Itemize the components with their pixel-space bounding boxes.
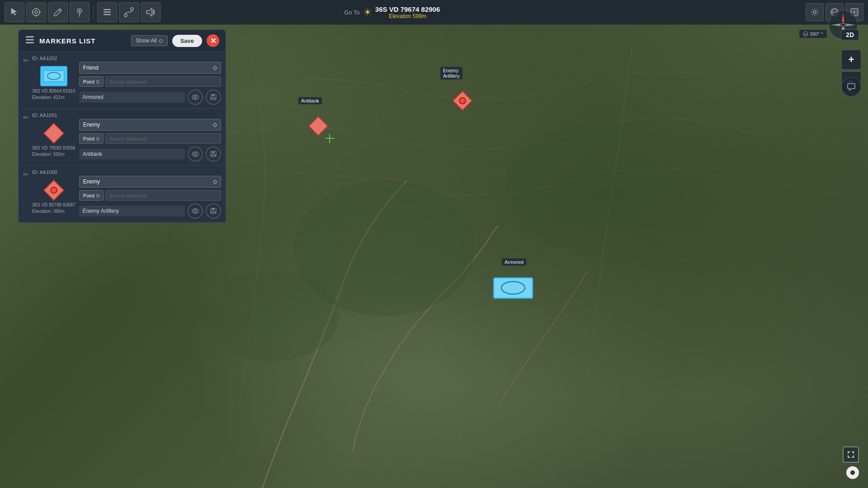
svg-point-49 xyxy=(192,209,198,213)
marker-name-input-3[interactable] xyxy=(79,206,185,216)
svg-rect-35 xyxy=(26,42,34,43)
svg-point-15 xyxy=(124,14,127,17)
save-button[interactable]: Save xyxy=(172,35,202,47)
map-label-artillery: EnemyArtillery xyxy=(440,67,462,80)
chevron-icon-2: ◇ xyxy=(96,79,99,84)
svg-rect-12 xyxy=(104,9,111,10)
chevron-icon-3: ◇ xyxy=(213,122,217,128)
chevron-icon-4: ◇ xyxy=(96,136,99,141)
list-tool-btn[interactable] xyxy=(97,2,117,22)
svg-rect-45 xyxy=(212,155,215,157)
svg-marker-17 xyxy=(146,8,152,16)
markers-panel: MARKERS LIST Show All ◇ Save ✕ ✏ ID: AA1… xyxy=(18,29,226,223)
target-tool-btn[interactable] xyxy=(26,2,46,22)
view-360-badge[interactable]: 360 360°° xyxy=(799,29,827,38)
marker-eye-btn-1[interactable] xyxy=(188,89,203,105)
marker-edit-icon-2[interactable]: ✏ xyxy=(23,114,28,121)
svg-point-44 xyxy=(194,153,197,155)
marker-right-3: Enemy ◇ Point ◇ Source (optional) xyxy=(79,176,221,219)
marker-save-btn-1[interactable] xyxy=(206,89,221,105)
marker-affiliation-1[interactable]: Friend ◇ xyxy=(79,62,221,74)
marker-id-block-1: ID: AA1002 36S VD 80664 81910 Elev xyxy=(32,56,221,105)
route-tool-btn[interactable] xyxy=(119,2,139,22)
marker-entry-aa1002: ✏ ID: AA1002 36S VD 80664 81910 xyxy=(19,52,226,109)
goto-label: Go To xyxy=(344,9,359,16)
svg-marker-53 xyxy=(309,117,328,136)
marker-save-btn-2[interactable] xyxy=(206,146,221,162)
marker-eye-btn-2[interactable] xyxy=(188,146,203,162)
svg-point-30 xyxy=(841,23,845,27)
marker-right-1: Friend ◇ Point ◇ Source (optional) xyxy=(79,62,221,105)
map-marker-artillery[interactable] xyxy=(452,90,473,113)
svg-point-4 xyxy=(35,11,38,14)
coords-main: 36S VD 79674 82906 xyxy=(375,5,440,13)
svg-point-11 xyxy=(79,10,80,12)
marker-symbol-friend-1 xyxy=(40,66,67,86)
map-marker-antitank[interactable] xyxy=(307,115,329,139)
svg-text:360: 360 xyxy=(804,33,808,36)
goto-section: Go To ☀ 36S VD 79674 82906 Elevation 599… xyxy=(344,5,440,19)
marker-entry-aa1000: ✏ ID: AA1000 36S VD 80788 83687 El xyxy=(19,166,226,222)
marker-source-2[interactable]: Source (optional) xyxy=(105,133,221,144)
chevron-icon: ◇ xyxy=(213,65,217,71)
marker-id-block-2: ID: AA1001 36S VD 79583 83056 Elevation:… xyxy=(32,113,221,162)
svg-rect-40 xyxy=(212,98,215,100)
marker-affiliation-2[interactable]: Enemy ◇ xyxy=(79,119,221,131)
svg-point-43 xyxy=(192,152,198,156)
svg-rect-41 xyxy=(212,94,214,96)
svg-rect-46 xyxy=(212,151,214,153)
svg-point-39 xyxy=(194,96,197,99)
close-button[interactable]: ✕ xyxy=(207,34,219,47)
marker-symbol-enemy-2 xyxy=(40,180,67,200)
show-all-button[interactable]: Show All ◇ xyxy=(131,35,168,46)
view-360-label: 360° xyxy=(810,31,820,37)
chevron-icon-5: ◇ xyxy=(213,178,217,185)
marker-name-input-1[interactable] xyxy=(79,92,185,103)
svg-rect-34 xyxy=(26,39,34,40)
pin-tool-btn[interactable] xyxy=(70,2,90,22)
marker-entry-aa1001: ✏ ID: AA1001 36S VD 79583 83056 Elevatio… xyxy=(19,109,226,166)
panel-list-icon xyxy=(25,35,35,47)
marker-type-1[interactable]: Point ◇ xyxy=(79,76,104,87)
marker-coords-3: 36S VD 80788 83687 Elevation: 366m xyxy=(32,202,75,215)
map-label-antitank: Antitank xyxy=(298,97,322,104)
zoom-in-btn[interactable]: + xyxy=(841,50,861,70)
marker-type-3[interactable]: Point ◇ xyxy=(79,190,104,201)
svg-rect-52 xyxy=(212,208,214,210)
marker-save-btn-3[interactable] xyxy=(206,203,221,219)
svg-point-3 xyxy=(33,9,40,16)
map-marker-armored[interactable] xyxy=(493,276,533,302)
marker-edit-icon-3[interactable]: ✏ xyxy=(23,171,28,178)
svg-rect-33 xyxy=(26,36,34,38)
edit-tool-btn[interactable] xyxy=(48,2,68,22)
svg-point-38 xyxy=(192,95,198,99)
marker-affiliation-3[interactable]: Enemy ◇ xyxy=(79,176,221,188)
coords-block: 36S VD 79674 82906 Elevation 599m xyxy=(375,5,440,19)
bottom-right-controls xyxy=(843,446,859,479)
broadcast-tool-btn[interactable] xyxy=(141,2,160,22)
show-all-chevron: ◇ xyxy=(159,38,163,44)
marker-source-1[interactable]: Source (optional) xyxy=(105,76,221,87)
svg-point-18 xyxy=(813,11,816,14)
marker-coords-2: 36S VD 79583 83056 Elevation: 593m xyxy=(32,145,75,158)
fullscreen-btn[interactable] xyxy=(843,446,859,463)
svg-point-48 xyxy=(51,187,57,193)
show-all-label: Show All xyxy=(136,38,157,44)
cursor-tool-btn[interactable] xyxy=(5,2,24,22)
marker-coords-1: 36S VD 80664 81910 Elevation: 421m xyxy=(32,88,75,101)
marker-edit-icon-1[interactable]: ✏ xyxy=(23,57,28,64)
svg-point-16 xyxy=(131,8,133,10)
view-2d-badge[interactable]: 2D xyxy=(841,29,859,40)
chat-button[interactable] xyxy=(841,77,861,97)
marker-right-2: Enemy ◇ Point ◇ Source (optional) xyxy=(79,119,221,162)
settings-btn[interactable] xyxy=(806,3,824,21)
marker-source-3[interactable]: Source (optional) xyxy=(105,190,221,201)
location-dot[interactable] xyxy=(846,466,859,479)
marker-name-input-2[interactable] xyxy=(79,149,185,160)
marker-type-2[interactable]: Point ◇ xyxy=(79,133,104,144)
svg-rect-14 xyxy=(104,14,111,15)
marker-eye-btn-3[interactable] xyxy=(188,203,203,219)
toolbar: Go To ☀ 36S VD 79674 82906 Elevation 599… xyxy=(0,0,868,25)
view-2d-label: 2D xyxy=(846,31,854,38)
map-label-armored: Armored xyxy=(502,258,526,266)
